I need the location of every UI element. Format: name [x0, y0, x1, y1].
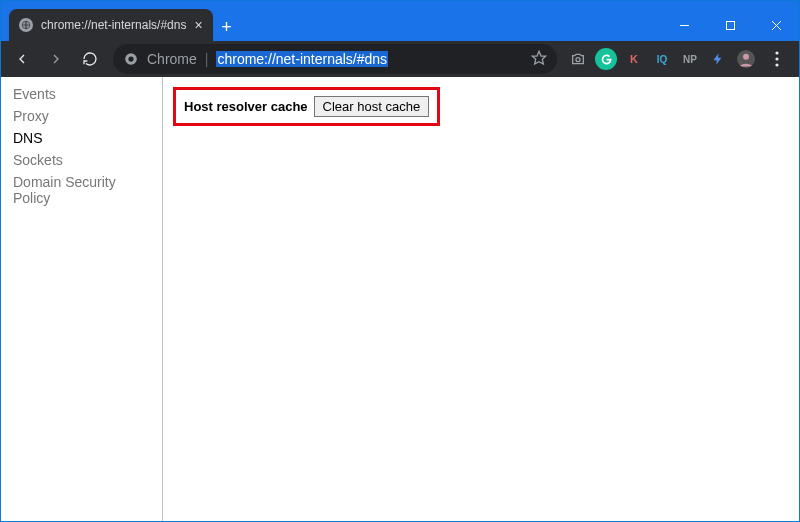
svg-point-6 — [128, 56, 133, 61]
url-text: chrome://net-internals/#dns — [216, 51, 388, 67]
extension-np-icon[interactable]: NP — [679, 48, 701, 70]
forward-button[interactable] — [41, 44, 71, 74]
camera-icon[interactable] — [567, 48, 589, 70]
host-resolver-cache-label: Host resolver cache — [184, 99, 308, 114]
host-resolver-cache-section: Host resolver cache Clear host cache — [173, 87, 440, 126]
sidebar-item-proxy[interactable]: Proxy — [1, 105, 162, 127]
svg-rect-2 — [726, 21, 734, 29]
maximize-button[interactable] — [707, 9, 753, 41]
globe-icon — [19, 18, 33, 32]
url-separator: | — [205, 51, 209, 67]
profile-avatar[interactable] — [735, 48, 757, 70]
back-button[interactable] — [7, 44, 37, 74]
reload-button[interactable] — [75, 44, 105, 74]
close-window-button[interactable] — [753, 9, 799, 41]
sidebar-item-events[interactable]: Events — [1, 83, 162, 105]
sidebar-item-dns[interactable]: DNS — [1, 127, 162, 149]
page-content: Events Proxy DNS Sockets Domain Security… — [1, 77, 799, 521]
extension-iq-icon[interactable]: IQ — [651, 48, 673, 70]
lightning-icon[interactable] — [707, 48, 729, 70]
clear-host-cache-button[interactable]: Clear host cache — [314, 96, 430, 117]
svg-point-12 — [775, 57, 778, 60]
svg-point-13 — [775, 63, 778, 66]
extensions-area: K IQ NP — [565, 45, 793, 73]
minimize-button[interactable] — [661, 9, 707, 41]
svg-point-11 — [775, 51, 778, 54]
sidebar-item-domain-security-policy[interactable]: Domain Security Policy — [1, 171, 162, 209]
kebab-menu-icon[interactable] — [763, 45, 791, 73]
chrome-icon — [123, 51, 139, 67]
address-bar[interactable]: Chrome | chrome://net-internals/#dns — [113, 44, 557, 74]
window-titlebar: chrome://net-internals/#dns × + — [1, 1, 799, 41]
grammarly-icon[interactable] — [595, 48, 617, 70]
main-panel: Host resolver cache Clear host cache — [163, 77, 799, 521]
tabs-area: chrome://net-internals/#dns × + — [1, 1, 241, 41]
browser-toolbar: Chrome | chrome://net-internals/#dns K I… — [1, 41, 799, 77]
svg-marker-7 — [532, 51, 545, 64]
svg-point-10 — [743, 54, 749, 60]
bookmark-star-icon[interactable] — [531, 50, 547, 69]
sidebar-item-sockets[interactable]: Sockets — [1, 149, 162, 171]
tab-title: chrome://net-internals/#dns — [41, 18, 186, 32]
new-tab-button[interactable]: + — [213, 13, 241, 41]
browser-tab[interactable]: chrome://net-internals/#dns × — [9, 9, 213, 41]
window-controls — [661, 9, 799, 41]
sidebar: Events Proxy DNS Sockets Domain Security… — [1, 77, 163, 521]
extension-k-icon[interactable]: K — [623, 48, 645, 70]
svg-point-8 — [576, 58, 580, 62]
url-scheme-label: Chrome — [147, 51, 197, 67]
close-tab-icon[interactable]: × — [194, 18, 202, 32]
